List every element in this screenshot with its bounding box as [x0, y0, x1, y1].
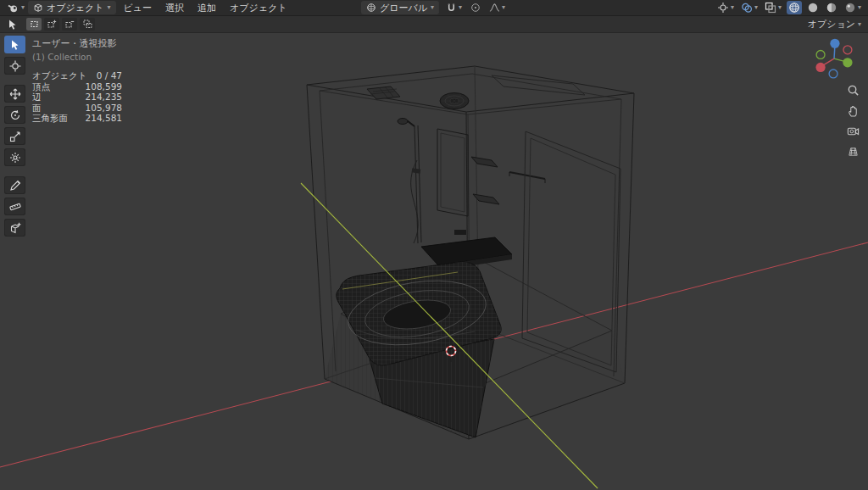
stat-vertices: 頂点 108,599 [32, 81, 122, 92]
wall-shelves [471, 157, 499, 204]
rotate-icon [9, 109, 21, 121]
cursor-crosshair-icon [9, 60, 21, 72]
show-overlays-dropdown[interactable]: ▾ [739, 1, 760, 14]
orientation-globe-icon [366, 3, 376, 13]
move-icon [9, 88, 21, 100]
tool-scale-button[interactable] [4, 127, 25, 145]
camera-icon [847, 125, 860, 137]
select-subtract-icon [65, 19, 75, 29]
camera-view-button[interactable] [845, 123, 860, 138]
menu-select[interactable]: 選択 [159, 1, 190, 15]
annotate-pen-icon [9, 180, 21, 192]
zoom-icon [847, 84, 860, 97]
active-collection-label: (1) Collection [32, 52, 117, 62]
gizmo-x-axis [815, 63, 825, 72]
perspective-toggle-button[interactable] [845, 143, 860, 159]
chevron-down-icon: ▾ [858, 4, 861, 11]
blender-menu-button[interactable]: ▾ [5, 1, 26, 14]
select-new-icon [30, 19, 39, 29]
mode-dropdown[interactable]: オブジェクト ▾ [28, 1, 116, 14]
shading-material-button[interactable] [824, 1, 839, 14]
chevron-down-icon: ▾ [754, 4, 758, 11]
towel-bar [509, 172, 545, 183]
chevron-down-icon: ▾ [459, 4, 462, 11]
select-mode-new-button[interactable] [26, 18, 42, 31]
shading-solid-button[interactable] [805, 1, 821, 14]
gizmo-z-axis [830, 39, 839, 48]
shading-rendered-button[interactable]: ▾ [843, 1, 863, 14]
view-perspective-label: ユーザー・透視投影 [32, 37, 117, 50]
hand-icon [847, 104, 860, 117]
proportional-editing-button[interactable] [469, 1, 482, 14]
select-mode-subtract-button[interactable] [62, 18, 77, 31]
transform-orientation-dropdown[interactable]: グローバル ▾ [361, 1, 439, 14]
active-tool-select-icon [7, 19, 19, 31]
viewport-statistics: オブジェクト 0 / 47 頂点 108,599 辺 214,235 面 105… [32, 70, 122, 124]
select-extend-icon [47, 19, 57, 29]
orientation-label: グローバル [380, 2, 427, 14]
tool-rotate-button[interactable] [4, 106, 25, 124]
zoom-button[interactable] [845, 82, 860, 97]
select-cursor-icon [9, 39, 21, 51]
shower-set [398, 119, 421, 244]
perspective-grid-icon [847, 145, 860, 158]
solid-sphere-icon [807, 2, 819, 14]
menu-object[interactable]: オブジェクト [224, 1, 293, 15]
measure-ruler-icon [9, 201, 21, 213]
rendered-sphere-icon [844, 2, 856, 14]
mirror-panel [437, 129, 468, 216]
viewport-nav-controls [845, 82, 860, 159]
select-mode-extend-button[interactable] [44, 18, 59, 31]
proportional-circle-icon [470, 3, 481, 13]
gizmo-z-neg-axis [829, 70, 837, 78]
proportional-falloff-dropdown[interactable]: ▾ [487, 1, 507, 14]
chevron-down-icon: ▾ [778, 4, 782, 11]
material-sphere-icon [826, 2, 837, 14]
stat-objects: オブジェクト 0 / 47 [32, 70, 122, 81]
snap-toggle-button[interactable]: ▾ [444, 1, 464, 14]
axis-gizmo-icon [809, 35, 860, 86]
chevron-down-icon: ▾ [731, 4, 734, 11]
tool-select-box-button[interactable] [4, 36, 25, 53]
tool-annotate-button[interactable] [4, 176, 25, 194]
viewport-3d[interactable]: ユーザー・透視投影 (1) Collection オブジェクト 0 / 47 頂… [0, 33, 868, 490]
magnet-icon [446, 3, 457, 14]
pan-button[interactable] [845, 103, 860, 118]
tool-options-label[interactable]: オプション [808, 18, 855, 31]
stat-edges: 辺 214,235 [32, 92, 122, 103]
shading-wireframe-button[interactable] [787, 1, 802, 14]
wireframe-sphere-icon [788, 2, 800, 14]
tool-transform-button[interactable] [4, 148, 25, 166]
select-intersect-icon [83, 19, 92, 29]
tool-cursor-button[interactable] [4, 57, 25, 75]
menu-add[interactable]: 追加 [192, 1, 222, 15]
tool-move-button[interactable] [4, 85, 25, 103]
viewport-gizmos-dropdown[interactable]: ▾ [715, 1, 736, 14]
navigation-gizmo[interactable] [809, 35, 860, 86]
falloff-curve-icon [489, 3, 500, 13]
tool-settings-bar: オプション ▾ [0, 16, 868, 33]
blender-logo-icon [7, 2, 19, 14]
gizmo-y-axis [843, 58, 852, 67]
add-cube-icon [9, 222, 21, 234]
stat-triangles: 三角形面 214,581 [32, 113, 122, 124]
xray-icon [765, 2, 776, 14]
mode-label: オブジェクト [47, 2, 104, 14]
chevron-down-icon: ▾ [431, 4, 434, 11]
menu-view[interactable]: ビュー [118, 1, 159, 15]
tool-measure-button[interactable] [4, 198, 25, 215]
gizmo-crosshair-icon [717, 2, 729, 14]
ceiling-vent [367, 86, 400, 99]
tool-add-cube-button[interactable] [4, 219, 25, 237]
gizmo-y-neg-axis [816, 50, 825, 58]
transform-icon [9, 152, 21, 164]
ceiling-fan [440, 93, 469, 109]
select-mode-intersect-button[interactable] [80, 18, 95, 31]
chevron-down-icon: ▾ [858, 21, 861, 28]
chevron-down-icon: ▾ [21, 4, 25, 11]
scene-3d[interactable] [0, 33, 868, 490]
scale-icon [9, 131, 21, 142]
chevron-down-icon: ▾ [108, 4, 111, 11]
object-mode-icon [33, 3, 43, 13]
xray-toggle-button[interactable]: ▾ [763, 1, 783, 14]
